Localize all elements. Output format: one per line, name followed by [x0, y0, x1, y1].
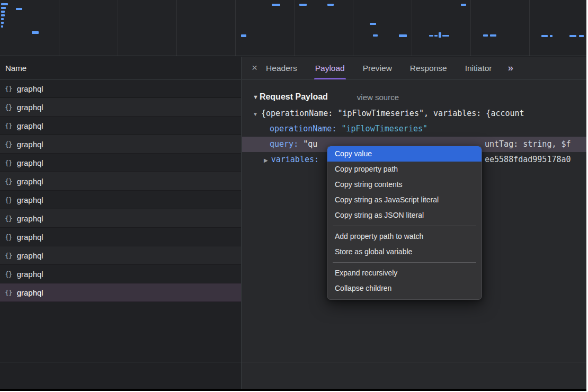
- collapsed-triangle-icon: ▶: [264, 157, 268, 163]
- request-row[interactable]: {}graphql: [0, 265, 241, 283]
- timeline-bar: [1, 14, 5, 16]
- more-tabs-icon[interactable]: »: [508, 62, 513, 74]
- network-request-list-panel: Name {}graphql{}graphql{}graphql{}graphq…: [0, 57, 242, 389]
- request-name: graphql: [17, 288, 43, 297]
- request-name: graphql: [17, 195, 43, 204]
- request-name: graphql: [17, 103, 43, 112]
- fetch-icon: {}: [5, 215, 12, 222]
- menu-item-copy-value[interactable]: Copy value: [327, 146, 482, 162]
- timeline-gridline: [235, 0, 236, 56]
- tab-initiator[interactable]: Initiator: [465, 57, 492, 79]
- section-title: Request Payload: [260, 92, 328, 102]
- request-row[interactable]: {}graphql: [0, 98, 241, 117]
- request-row[interactable]: {}graphql: [0, 154, 241, 172]
- fetch-icon: {}: [5, 233, 12, 241]
- menu-item-copy-string-as-json-literal[interactable]: Copy string as JSON literal: [327, 208, 482, 223]
- timeline-gridline: [470, 0, 471, 56]
- request-row[interactable]: {}graphql: [0, 117, 241, 135]
- request-row[interactable]: {}graphql: [0, 283, 241, 302]
- timeline-bar: [541, 35, 548, 37]
- request-row[interactable]: {}graphql: [0, 135, 241, 154]
- menu-item-add-property-path-to-watch[interactable]: Add property path to watch: [327, 229, 482, 244]
- timeline-gridline: [176, 0, 177, 56]
- details-tab-bar: × HeadersPayloadPreviewResponseInitiator…: [242, 57, 586, 79]
- property-key: operationName:: [270, 124, 336, 133]
- request-payload-section[interactable]: ▼ Request Payload view source: [242, 88, 586, 106]
- request-name: graphql: [17, 177, 43, 186]
- request-name: graphql: [17, 121, 43, 130]
- timeline-bar: [272, 4, 280, 6]
- timeline-bar: [439, 32, 441, 38]
- close-icon[interactable]: ×: [252, 62, 257, 74]
- timeline-bar: [370, 23, 376, 25]
- timeline-bar: [1, 7, 6, 9]
- timeline-gridline: [294, 0, 295, 56]
- request-name: graphql: [17, 214, 43, 223]
- expanded-triangle-icon: ▼: [253, 111, 258, 117]
- timeline-bar: [1, 11, 5, 13]
- footer-divider: [0, 362, 586, 362]
- property-value: "ipFlowTimeseries": [341, 124, 427, 133]
- timeline-bar: [1, 25, 3, 28]
- window-bottom-bar: [0, 389, 586, 391]
- timeline-bar: [442, 35, 449, 37]
- tab-preview[interactable]: Preview: [363, 57, 392, 79]
- tab-response[interactable]: Response: [410, 57, 447, 79]
- tabs-container: HeadersPayloadPreviewResponseInitiator: [266, 57, 492, 79]
- request-row[interactable]: {}graphql: [0, 79, 241, 98]
- menu-item-collapse-children[interactable]: Collapse children: [327, 281, 482, 296]
- timeline-bar: [299, 4, 307, 6]
- timeline-bar: [1, 18, 4, 20]
- network-overview-timeline[interactable]: [0, 0, 586, 56]
- timeline-gridline: [529, 0, 530, 56]
- payload-preview-text: {operationName: "ipFlowTimeseries", vari…: [261, 109, 524, 118]
- timeline-bar: [483, 34, 488, 37]
- request-row[interactable]: {}graphql: [0, 172, 241, 191]
- timeline-bar: [550, 35, 553, 37]
- request-row[interactable]: {}graphql: [0, 228, 241, 246]
- column-header-name[interactable]: Name: [0, 57, 241, 79]
- operation-name-row[interactable]: operationName: "ipFlowTimeseries": [242, 121, 586, 137]
- request-name: graphql: [17, 84, 43, 93]
- tab-headers[interactable]: Headers: [266, 57, 297, 79]
- tab-payload[interactable]: Payload: [315, 57, 345, 79]
- menu-item-copy-property-path[interactable]: Copy property path: [327, 162, 482, 177]
- view-source-link[interactable]: view source: [357, 93, 399, 102]
- request-name: graphql: [17, 270, 43, 279]
- menu-separator: [333, 226, 476, 226]
- timeline-gridline: [59, 0, 59, 56]
- request-name: graphql: [17, 233, 43, 242]
- fetch-icon: {}: [5, 159, 12, 167]
- fetch-icon: {}: [5, 177, 12, 185]
- request-name: graphql: [17, 158, 43, 167]
- menu-item-store-as-global-variable[interactable]: Store as global variable: [327, 244, 482, 260]
- fetch-icon: {}: [5, 140, 12, 148]
- timeline-gridline: [412, 0, 412, 56]
- property-value-right: untTag: string, $f: [485, 137, 571, 152]
- request-row[interactable]: {}graphql: [0, 209, 241, 228]
- timeline-bar: [241, 34, 246, 37]
- devtools-window: Name {}graphql{}graphql{}graphql{}graphq…: [0, 0, 586, 391]
- timeline-bar: [1, 22, 4, 24]
- property-value-right: ee5588fdad995178a0: [485, 152, 571, 167]
- fetch-icon: {}: [5, 252, 12, 260]
- request-row[interactable]: {}graphql: [0, 246, 241, 265]
- timeline-bar: [461, 4, 466, 6]
- timeline-bar: [429, 35, 433, 37]
- timeline-gridline: [353, 0, 353, 56]
- menu-item-expand-recursively[interactable]: Expand recursively: [327, 265, 482, 281]
- request-name: graphql: [17, 140, 43, 149]
- menu-item-copy-string-contents[interactable]: Copy string contents: [327, 177, 482, 192]
- timeline-gridline: [118, 0, 118, 56]
- timeline-bar: [327, 4, 334, 6]
- timeline-bar: [399, 34, 407, 37]
- fetch-icon: {}: [5, 196, 12, 204]
- request-row[interactable]: {}graphql: [0, 191, 241, 209]
- timeline-bar: [32, 31, 39, 34]
- payload-root-row[interactable]: ▼{operationName: "ipFlowTimeseries", var…: [242, 106, 586, 121]
- fetch-icon: {}: [5, 270, 12, 278]
- property-key: variables:: [271, 155, 319, 164]
- menu-separator: [333, 262, 476, 263]
- timeline-bar: [569, 35, 576, 37]
- menu-item-copy-string-as-javascript-literal[interactable]: Copy string as JavaScript literal: [327, 192, 482, 208]
